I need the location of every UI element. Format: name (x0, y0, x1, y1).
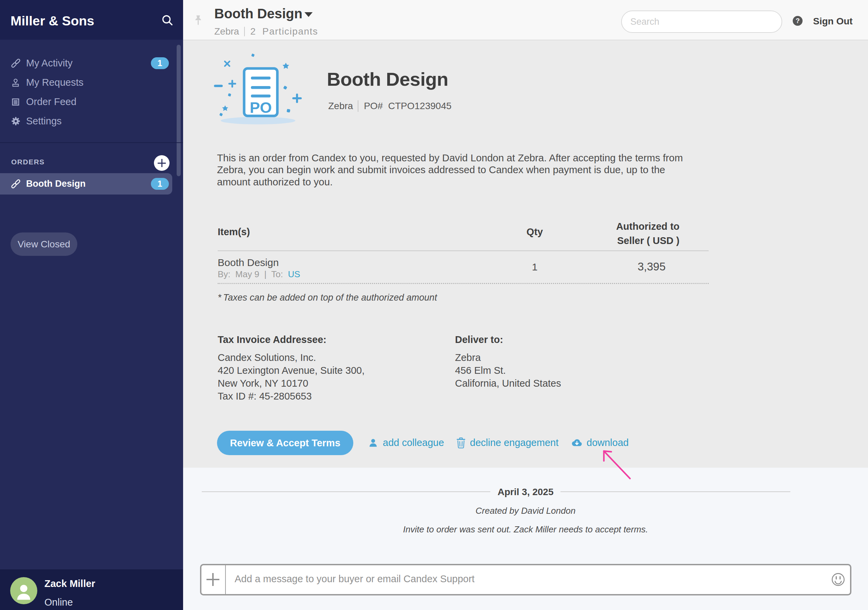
svg-text:PO: PO (250, 99, 271, 116)
